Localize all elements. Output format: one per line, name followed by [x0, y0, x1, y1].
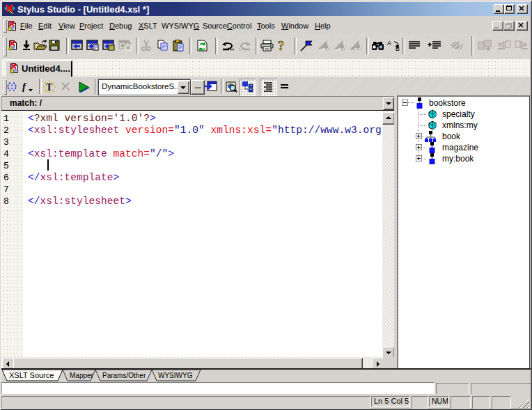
svg-text:Mapper: Mapper [70, 372, 94, 379]
svg-text:WYSIWYG: WYSIWYG [158, 372, 193, 379]
svg-text:?: ? [278, 40, 285, 52]
svg-text:XSLT Source: XSLT Source [9, 371, 54, 379]
svg-text:f: f [22, 81, 27, 92]
svg-text:T: T [46, 82, 53, 93]
svg-text:Params/Other: Params/Other [102, 372, 146, 379]
svg-text:A: A [387, 40, 391, 47]
